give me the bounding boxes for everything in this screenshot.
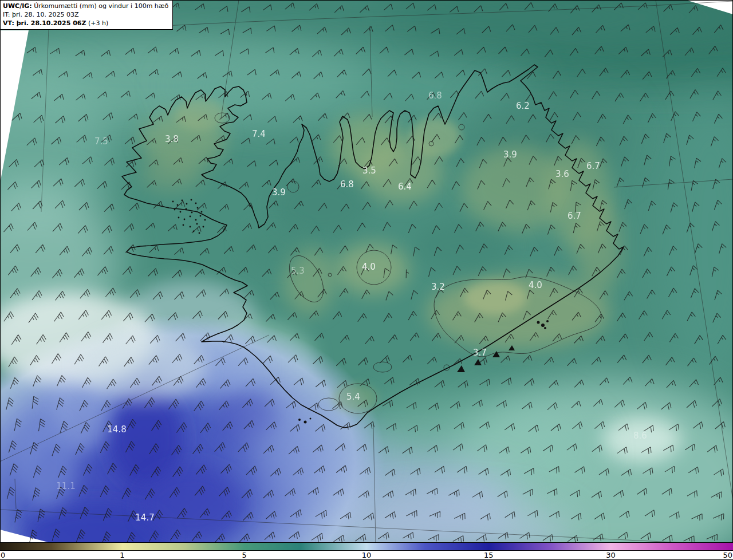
colorbar-tick-labels: 01510153050 [0,551,733,559]
precip-value-label: 3.9 [272,187,286,198]
precip-value-label: 14.7 [135,512,154,523]
precip-value-label: 5.3 [291,266,305,276]
precip-value-label: 6.7 [568,211,581,221]
precip-value-label: 4.0 [362,262,376,272]
precip-value-label: 3.2 [431,282,445,292]
colorbar-tick: 5 [242,551,246,559]
colorbar-tick: 30 [606,551,616,559]
weather-map-page: 7.53.87.46.86.23.93.56.86.43.93.66.76.75… [0,0,733,560]
precip-value-label: 11.1 [56,481,75,491]
precip-value-label: 8.6 [633,431,647,441]
precip-value-label: 3.6 [555,169,569,179]
precip-value-label: 5.4 [346,392,360,402]
precip-value-label: 6.2 [516,101,530,111]
precip-value-label: 7.5 [94,136,108,147]
title-line-valid: VT: þri. 28.10.2025 06Z (+3 h) [3,19,168,27]
precip-value-label: 6.8 [340,179,354,190]
precip-value-label: 6.7 [586,161,600,171]
precip-value-label: 4.0 [529,280,542,290]
precip-value-label: 3.8 [165,134,179,144]
colorbar-gradient [0,542,733,551]
precip-value-label: 7.4 [252,129,266,139]
colorbar-tick: 0 [1,551,5,559]
colorbar-tick: 10 [362,551,372,559]
colorbar-tick: 50 [723,551,732,559]
precip-value-label: 3.5 [362,165,376,176]
precip-value-label: 3.7 [473,348,487,358]
title-line-init: IT: þri. 28. 10. 2025 03Z [3,10,168,19]
colorbar-tick: 1 [120,551,124,559]
precip-value-label: 6.8 [428,90,442,101]
title-box: UWC/IG: Úrkomumætti (mm) og vindur i 100… [0,0,173,30]
precip-colorbar: 01510153050 [0,542,733,560]
colorbar-tick: 15 [484,551,494,559]
precip-value-label: 3.9 [503,149,517,160]
weather-map-canvas: 7.53.87.46.86.23.93.56.86.43.93.66.76.75… [0,0,733,543]
precip-value-label: 6.4 [398,182,412,192]
precip-value-label: 14.8 [107,424,126,435]
title-line-product: UWC/IG: Úrkomumætti (mm) og vindur i 100… [3,2,168,10]
